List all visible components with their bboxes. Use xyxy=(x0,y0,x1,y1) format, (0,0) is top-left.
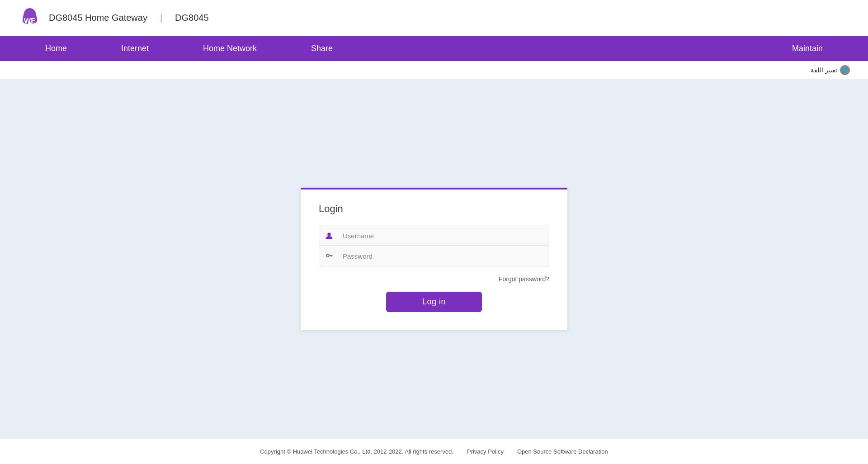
we-logo: WE xyxy=(18,6,42,30)
nav-items: Home Internet Home Network Share Maintai… xyxy=(0,36,868,61)
login-title: Login xyxy=(319,203,549,215)
nav-item-internet[interactable]: Internet xyxy=(94,36,176,61)
nav-item-home-network[interactable]: Home Network xyxy=(176,36,284,61)
nav-item-maintain[interactable]: Maintain xyxy=(765,36,850,61)
logo-area: WE DG8045 Home Gateway | DG8045 xyxy=(18,6,209,30)
svg-text:WE: WE xyxy=(24,17,36,25)
header-divider: | xyxy=(160,13,162,23)
lang-switcher[interactable]: تغيير اللغة 🌐 xyxy=(811,65,850,75)
input-group xyxy=(319,226,549,266)
username-input[interactable] xyxy=(339,226,549,246)
lang-bar: تغيير اللغة 🌐 xyxy=(0,61,868,79)
svg-point-1 xyxy=(327,232,331,236)
privacy-policy-link[interactable]: Privacy Policy xyxy=(467,448,504,455)
login-card: Login xyxy=(301,188,567,330)
main-nav: Home Internet Home Network Share Maintai… xyxy=(0,36,868,61)
main-content: Login xyxy=(0,79,868,439)
header-title: DG8045 Home Gateway xyxy=(49,13,147,23)
login-btn-wrap: Log in xyxy=(319,292,549,312)
key-icon xyxy=(319,252,339,260)
nav-item-share[interactable]: Share xyxy=(284,36,360,61)
header: WE DG8045 Home Gateway | DG8045 xyxy=(0,0,868,36)
user-icon xyxy=(319,232,339,240)
username-row xyxy=(319,226,549,246)
globe-icon: 🌐 xyxy=(840,65,850,75)
password-row xyxy=(319,246,549,266)
forgot-password-link[interactable]: Forgot password? xyxy=(319,275,549,283)
svg-point-2 xyxy=(326,254,329,257)
login-button[interactable]: Log in xyxy=(386,292,482,312)
footer-copyright: Copyright © Huawei Technologies Co., Ltd… xyxy=(260,448,453,455)
footer: Copyright © Huawei Technologies Co., Ltd… xyxy=(0,439,868,464)
password-input[interactable] xyxy=(339,246,549,266)
login-inner: Login xyxy=(301,189,567,330)
open-source-link[interactable]: Open Source Software Declaration xyxy=(517,448,608,455)
header-subtitle: DG8045 xyxy=(175,13,209,23)
nav-item-home[interactable]: Home xyxy=(18,36,94,61)
lang-text: تغيير اللغة xyxy=(811,66,837,74)
